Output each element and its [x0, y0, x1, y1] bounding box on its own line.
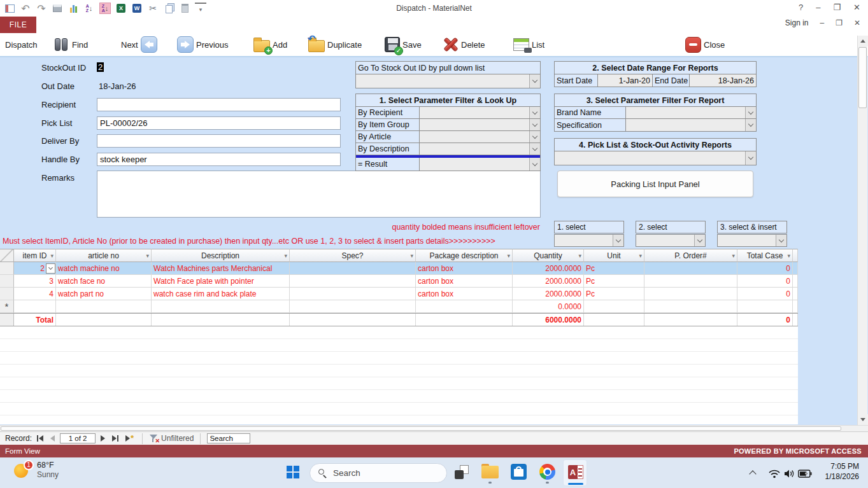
handle-by-input[interactable]: stock keeper — [97, 153, 341, 166]
recipient-input[interactable] — [97, 98, 341, 111]
filter-arrow-icon[interactable]: ▾ — [146, 253, 149, 259]
battery-icon[interactable] — [798, 470, 812, 478]
filter-arrow-icon[interactable]: ▾ — [639, 253, 642, 259]
col-header-description[interactable]: Description▾ — [152, 249, 290, 262]
close-form-button[interactable]: Close — [685, 33, 725, 56]
by-description-dropdown[interactable] — [420, 143, 540, 155]
filter-arrow-icon[interactable]: ▾ — [507, 253, 510, 259]
cell-package[interactable]: carton box — [416, 262, 513, 275]
deliver-by-input[interactable] — [97, 134, 341, 148]
scroll-down-icon[interactable] — [858, 414, 868, 425]
brand-name-dropdown[interactable] — [626, 107, 756, 118]
by-article-dropdown[interactable] — [420, 131, 540, 143]
cell-total-case[interactable]: 0 — [737, 275, 793, 288]
save-button[interactable]: ✓ Save — [385, 33, 422, 56]
end-date-value[interactable]: 18-Jan-26 — [690, 74, 756, 87]
goto-stockout-dropdown[interactable] — [356, 74, 540, 88]
result-dropdown[interactable] — [420, 158, 540, 171]
cell-article-no[interactable] — [56, 300, 152, 313]
select3-dropdown[interactable] — [717, 234, 787, 247]
close-doc-icon[interactable]: ✕ — [854, 18, 860, 27]
filter-arrow-icon[interactable]: ▾ — [410, 253, 413, 259]
cell-item-id[interactable]: 3 — [14, 275, 56, 288]
record-search-input[interactable]: Search — [207, 433, 250, 443]
by-recipient-dropdown[interactable] — [420, 107, 540, 118]
previous-record-button[interactable] — [48, 435, 57, 442]
cell-spec[interactable] — [290, 275, 416, 288]
cell-total-case[interactable]: 0 — [737, 262, 793, 275]
cell-article-no[interactable]: watch face no — [56, 275, 152, 288]
cell-spec[interactable] — [290, 300, 416, 313]
sign-in-link[interactable]: Sign in — [785, 18, 809, 27]
cell-p-order[interactable] — [644, 300, 737, 313]
cell-quantity[interactable]: 2000.0000 — [513, 275, 584, 288]
speaker-icon[interactable] — [784, 469, 795, 478]
cell-p-order[interactable] — [644, 275, 737, 288]
cell-item-id[interactable]: 4 — [14, 288, 56, 300]
by-item-group-dropdown[interactable] — [420, 119, 540, 130]
cell-total-case[interactable]: 0 — [737, 288, 793, 300]
next-record-button[interactable] — [99, 435, 107, 442]
row-selector[interactable] — [0, 288, 14, 300]
select1-dropdown[interactable] — [554, 234, 624, 247]
add-button[interactable]: + Add — [253, 33, 287, 56]
cell-description[interactable]: Watch Face plate with pointer — [152, 275, 290, 288]
next-button[interactable]: Next — [121, 33, 157, 56]
cell-quantity[interactable]: 2000.0000 — [513, 288, 584, 300]
cell-unit[interactable]: Pc — [584, 275, 644, 288]
cell-item-id[interactable] — [14, 300, 56, 313]
col-header-unit[interactable]: Unit▾ — [584, 249, 644, 262]
col-header-p-order[interactable]: P. Order#▾ — [644, 249, 737, 262]
close-window-icon[interactable]: ✕ — [853, 3, 860, 12]
list-button[interactable]: List — [513, 33, 544, 56]
out-date-value[interactable]: 18-Jan-26 — [99, 81, 136, 91]
activity-reports-dropdown[interactable] — [555, 151, 756, 165]
cell-p-order[interactable] — [644, 262, 737, 275]
filter-state-label[interactable]: Unfiltered — [161, 434, 194, 443]
taskbar-search[interactable]: Search — [309, 463, 447, 483]
stockout-id-value[interactable]: 2 — [97, 62, 104, 72]
filter-arrow-icon[interactable]: ▾ — [578, 253, 581, 259]
restore-doc-icon[interactable]: ❐ — [836, 18, 843, 27]
new-record-marker[interactable]: * — [0, 300, 14, 313]
weather-widget[interactable]: 1 68°F Sunny — [14, 461, 59, 480]
filter-arrow-icon[interactable]: ▾ — [787, 253, 790, 259]
record-position-box[interactable]: 1 of 2 — [60, 433, 96, 443]
chrome-icon[interactable] — [539, 464, 555, 480]
chevron-down-icon[interactable] — [46, 263, 55, 274]
file-explorer-icon[interactable] — [481, 466, 499, 478]
access-app-button[interactable]: A — [563, 459, 587, 486]
scroll-up-icon[interactable] — [858, 36, 868, 46]
taskbar-clock[interactable]: 7:05 PM 1/18/2026 — [825, 461, 859, 482]
previous-button[interactable]: Previous — [177, 33, 229, 56]
cell-item-id[interactable]: 2 — [14, 262, 56, 275]
packing-list-button[interactable]: Packing List Input Panel — [557, 171, 753, 197]
cell-spec[interactable] — [290, 288, 416, 300]
cell-quantity[interactable]: 2000.0000 — [513, 262, 584, 275]
horizontal-scrollbar[interactable] — [0, 425, 868, 431]
duplicate-button[interactable]: ↶ Duplicate — [308, 33, 362, 56]
cell-quantity[interactable]: 0.0000 — [513, 300, 584, 313]
cell-unit[interactable] — [584, 300, 644, 313]
col-header-total-case[interactable]: Total Case▾ — [737, 249, 793, 262]
tray-chevron-icon[interactable] — [750, 470, 758, 475]
minimize-icon[interactable]: – — [816, 3, 820, 12]
cell-package[interactable]: carton box — [416, 275, 513, 288]
start-date-value[interactable]: 1-Jan-20 — [598, 74, 653, 87]
first-record-button[interactable] — [35, 435, 45, 442]
cell-package[interactable]: carton box — [416, 288, 513, 300]
select2-dropdown[interactable] — [636, 234, 706, 247]
cell-description[interactable]: Watch Machines parts Merchanical — [152, 262, 290, 275]
col-header-spec[interactable]: Spec?▾ — [290, 249, 416, 262]
remarks-input[interactable] — [97, 171, 541, 218]
wifi-icon[interactable] — [768, 470, 781, 478]
file-tab[interactable]: FILE — [0, 17, 36, 33]
col-header-article-no[interactable]: article no▾ — [56, 249, 152, 262]
horizontal-scroll-thumb[interactable] — [1, 426, 841, 431]
specification-dropdown[interactable] — [626, 119, 756, 131]
filter-arrow-icon[interactable]: ▾ — [732, 253, 735, 259]
cell-spec[interactable] — [290, 262, 416, 275]
row-selector[interactable] — [0, 275, 14, 288]
help-icon[interactable]: ? — [799, 3, 803, 12]
pick-list-input[interactable]: PL-00002/26 — [97, 116, 341, 130]
